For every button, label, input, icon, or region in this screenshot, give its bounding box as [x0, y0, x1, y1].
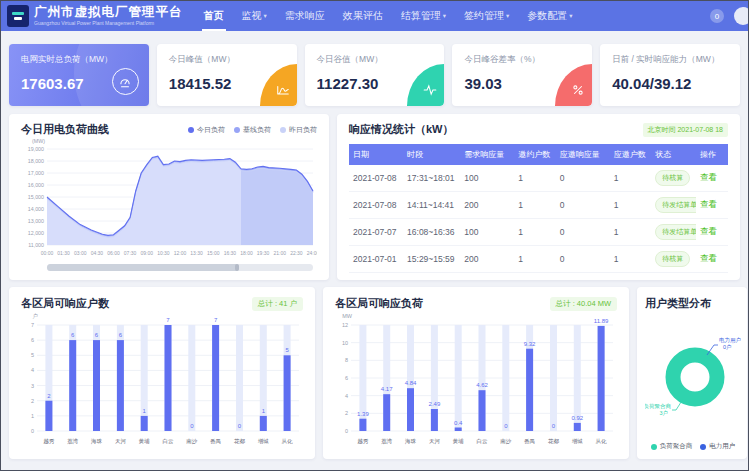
- nav-item-2[interactable]: 需求响应: [276, 1, 334, 31]
- bar-category: 从化: [282, 438, 294, 445]
- bar[interactable]: [407, 388, 414, 431]
- user-avatar[interactable]: [734, 7, 749, 25]
- kpi-label: 今日峰值（MW）: [169, 54, 285, 66]
- user-type-title: 用户类型分布: [645, 296, 741, 311]
- district-users-chart[interactable]: 01234567户2越秀6荔湾6海珠6天河1黄埔7白云0南沙7番禺0花都1增城5…: [21, 311, 303, 453]
- bar[interactable]: [69, 340, 76, 431]
- bar-category: 增城: [258, 438, 270, 444]
- nav-item-4[interactable]: 结算管理▾: [392, 1, 455, 31]
- svg-text:18,000: 18,000: [28, 158, 44, 164]
- view-link[interactable]: 查看: [700, 199, 717, 209]
- load-curve-svg[interactable]: 11,00012,00013,00014,00015,00016,00017,0…: [21, 137, 317, 257]
- pulse-icon: [423, 83, 437, 97]
- bar[interactable]: [212, 325, 219, 431]
- bar-value: 4.62: [476, 382, 488, 388]
- bar-category: 越秀: [357, 438, 369, 445]
- app-title: 广州市虚拟电厂管理平台: [34, 6, 183, 20]
- bar[interactable]: [141, 416, 148, 431]
- cell-responded: 0: [556, 192, 610, 219]
- district-load-chart[interactable]: 024681012MW1.39越秀4.17荔湾4.84海珠2.49天河0.4黄埔…: [335, 311, 617, 453]
- svg-text:17,000: 17,000: [28, 170, 44, 176]
- bar-value: 0.4: [454, 420, 463, 426]
- cell-resp-users: 1: [610, 246, 651, 273]
- bar-category: 南沙: [186, 438, 198, 445]
- bar-category: 海珠: [405, 438, 417, 445]
- percent-icon: [571, 83, 585, 97]
- scrollbar-thumb[interactable]: [47, 264, 239, 271]
- cell-resp-users: 1: [610, 219, 651, 246]
- load-curve-chart[interactable]: 11,00012,00013,00014,00015,00016,00017,0…: [21, 137, 317, 261]
- chart-zoom-scrollbar[interactable]: [47, 264, 313, 271]
- nav-item-3[interactable]: 效果评估: [334, 1, 392, 31]
- bar-track: [188, 325, 195, 431]
- notification-badge[interactable]: 0: [710, 9, 724, 23]
- legend-dot: [280, 127, 286, 133]
- col-header-6: 状态: [651, 144, 696, 165]
- bar[interactable]: [284, 355, 291, 431]
- bar-category: 花都: [548, 438, 560, 445]
- nav-item-5[interactable]: 签约管理▾: [455, 1, 518, 31]
- bar[interactable]: [359, 419, 366, 431]
- bar-chart-svg[interactable]: 01234567户2越秀6荔湾6海珠6天河1黄埔7白云0南沙7番禺0花都1增城5…: [21, 311, 303, 449]
- user-type-donut-chart[interactable]: 电力用户0户负荷聚合商3户: [645, 311, 741, 435]
- legend-item-0[interactable]: 今日负荷: [188, 125, 225, 135]
- bar-value: 4.84: [405, 380, 417, 386]
- bar[interactable]: [260, 416, 267, 431]
- svg-text:6: 6: [345, 375, 348, 381]
- nav-item-1[interactable]: 监视▾: [233, 1, 276, 31]
- bar-chart-svg[interactable]: 024681012MW1.39越秀4.17荔湾4.84海珠2.49天河0.4黄埔…: [335, 311, 617, 449]
- gauge-icon-badge: [112, 68, 139, 95]
- svg-text:5: 5: [31, 352, 34, 358]
- table-row: 2021-07-0716:08~16:36100101待发结算单查看: [349, 219, 728, 246]
- bar-value: 9.32: [524, 341, 536, 347]
- bar[interactable]: [431, 409, 438, 431]
- donut-legend-item-0[interactable]: 负荷聚合商: [651, 442, 693, 451]
- bar[interactable]: [45, 401, 52, 431]
- bar-category: 从化: [596, 438, 608, 445]
- bar[interactable]: [93, 340, 100, 431]
- svg-text:00:00: 00:00: [41, 250, 54, 256]
- kpi-card-3: 今日峰谷差率（%）39.03: [452, 44, 592, 106]
- svg-text:12:00: 12:00: [174, 250, 187, 256]
- donut-legend-item-1[interactable]: 电力用户: [700, 442, 735, 451]
- slice-value: 3户: [659, 410, 668, 416]
- cell-invited: 1: [514, 165, 555, 192]
- bar[interactable]: [383, 394, 390, 431]
- top-navbar: 广州市虚拟电厂管理平台 Guangzhou Virtual Power Plan…: [1, 1, 748, 31]
- chevron-down-icon: ▾: [569, 12, 572, 20]
- donut-svg[interactable]: 电力用户0户负荷聚合商3户: [645, 311, 741, 431]
- kpi-label: 今日谷值（MW）: [317, 54, 433, 66]
- bar[interactable]: [598, 326, 605, 431]
- bar[interactable]: [526, 349, 533, 431]
- nav-item-6[interactable]: 参数配置▾: [518, 1, 581, 31]
- bar[interactable]: [479, 390, 486, 431]
- bar-value: 11.89: [594, 318, 609, 324]
- bar[interactable]: [455, 428, 462, 432]
- legend-dot: [700, 444, 706, 450]
- cell-period: 14:11~14:41: [403, 192, 460, 219]
- svg-text:16:30: 16:30: [224, 250, 237, 256]
- donut-ring[interactable]: [673, 355, 717, 399]
- svg-text:16,000: 16,000: [28, 182, 44, 188]
- status-badge: 待核算: [655, 251, 690, 267]
- svg-text:14,000: 14,000: [28, 206, 44, 212]
- bar-category: 越秀: [43, 438, 55, 445]
- user-type-panel: 用户类型分布 电力用户0户负荷聚合商3户 负荷聚合商电力用户: [637, 287, 747, 459]
- legend-item-1[interactable]: 基线负荷: [234, 125, 271, 135]
- svg-text:19:30: 19:30: [257, 250, 270, 256]
- svg-text:06:00: 06:00: [107, 250, 120, 256]
- view-link[interactable]: 查看: [700, 172, 717, 182]
- cell-date: 2021-07-08: [349, 165, 403, 192]
- bar[interactable]: [117, 340, 124, 431]
- bar-category: 荔湾: [381, 438, 393, 445]
- view-link[interactable]: 查看: [700, 226, 717, 236]
- legend-item-2[interactable]: 昨日负荷: [280, 125, 317, 135]
- cell-invited: 1: [514, 192, 555, 219]
- bar[interactable]: [574, 423, 581, 431]
- view-link[interactable]: 查看: [700, 253, 717, 263]
- nav-item-0[interactable]: 首页: [195, 1, 233, 31]
- kpi-label: 今日峰谷差率（%）: [464, 54, 580, 66]
- svg-text:户: 户: [33, 313, 39, 319]
- bar[interactable]: [165, 325, 172, 431]
- bar-track: [141, 325, 148, 431]
